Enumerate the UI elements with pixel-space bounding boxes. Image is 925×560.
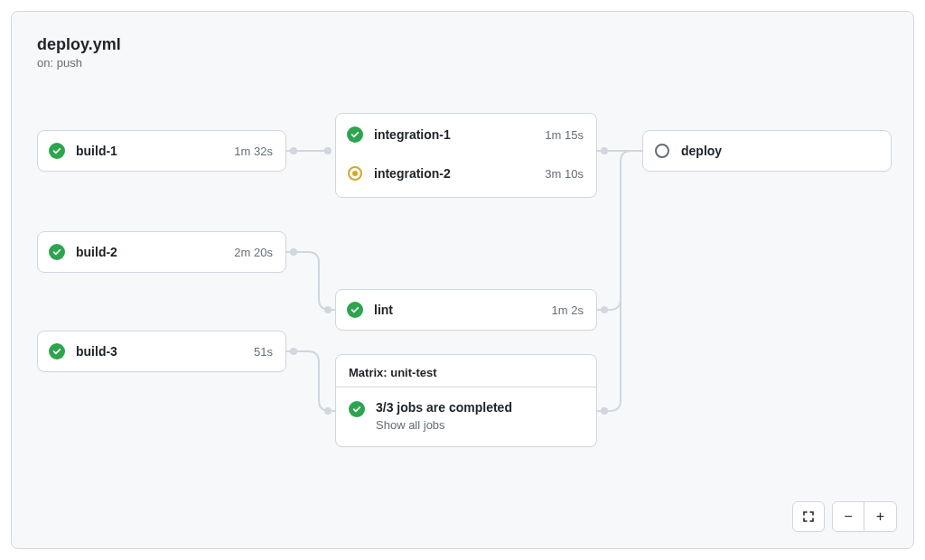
connector-dot <box>290 348 297 355</box>
success-icon <box>49 343 65 359</box>
zoom-out-button[interactable]: − <box>833 502 864 531</box>
canvas-controls: − + <box>792 501 897 532</box>
connector-dot <box>601 407 608 415</box>
job-name: integration-1 <box>374 127 534 142</box>
job-duration: 1m 32s <box>234 145 273 158</box>
workflow-trigger: on: push <box>37 56 121 70</box>
job-integration-2[interactable]: integration-2 3m 10s <box>336 155 596 197</box>
job-build-2[interactable]: build-2 2m 20s <box>37 231 286 273</box>
matrix-label: Matrix: unit-test <box>336 355 596 387</box>
job-name: build-2 <box>76 245 223 259</box>
connector-dot <box>601 147 608 154</box>
job-duration: 3m 10s <box>545 167 584 181</box>
success-icon <box>349 401 365 417</box>
job-deploy[interactable]: deploy <box>642 130 892 172</box>
connector-dot <box>324 147 332 154</box>
job-lint[interactable]: lint 1m 2s <box>335 289 597 331</box>
connector-dot <box>290 147 297 154</box>
connector-dot <box>601 306 608 313</box>
connector-lines <box>12 12 914 549</box>
connector-dot <box>290 248 297 256</box>
job-name: lint <box>374 303 541 317</box>
job-duration: 51s <box>254 345 273 359</box>
success-icon <box>347 302 363 318</box>
job-build-3[interactable]: build-3 51s <box>37 331 286 372</box>
matrix-unit-test[interactable]: Matrix: unit-test 3/3 jobs are completed… <box>335 354 597 447</box>
job-duration: 1m 2s <box>552 303 584 317</box>
job-name: build-1 <box>76 144 223 158</box>
running-icon <box>347 165 363 182</box>
connector-dot <box>324 306 332 313</box>
workflow-header: deploy.yml on: push <box>37 35 121 70</box>
job-duration: 2m 20s <box>234 246 273 259</box>
job-build-1[interactable]: build-1 1m 32s <box>37 130 286 172</box>
success-icon <box>49 244 65 260</box>
minus-icon: − <box>844 509 852 524</box>
matrix-status: 3/3 jobs are completed <box>376 400 512 415</box>
job-duration: 1m 15s <box>545 128 584 142</box>
fullscreen-button[interactable] <box>792 501 825 532</box>
connector-dot <box>324 407 332 415</box>
success-icon <box>49 143 65 159</box>
zoom-in-button[interactable]: + <box>864 502 896 531</box>
job-name: build-3 <box>76 344 243 359</box>
fullscreen-icon <box>801 509 816 524</box>
pending-icon <box>654 143 670 159</box>
workflow-title: deploy.yml <box>37 35 121 54</box>
success-icon <box>347 126 363 143</box>
job-group-integration[interactable]: integration-1 1m 15s integration-2 3m 10… <box>335 113 597 198</box>
zoom-controls: − + <box>832 501 897 532</box>
job-name: integration-2 <box>374 166 534 181</box>
job-integration-1[interactable]: integration-1 1m 15s <box>336 114 596 155</box>
job-name: deploy <box>681 144 878 158</box>
matrix-show-all-link[interactable]: Show all jobs <box>376 418 512 432</box>
workflow-canvas[interactable]: deploy.yml on: push build-1 1m 32s build… <box>11 11 914 549</box>
plus-icon: + <box>876 509 884 524</box>
